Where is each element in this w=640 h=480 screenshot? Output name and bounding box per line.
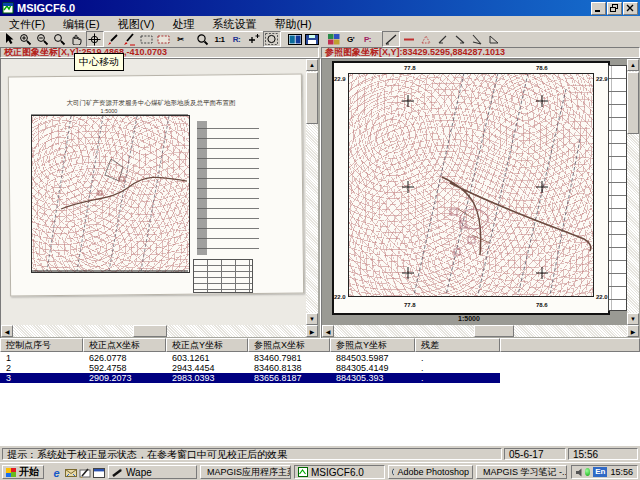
pointer-tool-icon[interactable] (1, 32, 17, 46)
one-to-one-icon[interactable]: 1:1 (212, 32, 228, 46)
diag-line-3-icon[interactable] (486, 32, 502, 46)
reference-map-panel[interactable]: 77.8 78.6 77.8 78.6 22.9 22.9 22.0 22.0 … (321, 58, 640, 340)
taskbar-button-mapgis-menu[interactable]: MAPGIS应用程序主菜单 (200, 465, 291, 479)
menu-file[interactable]: 文件(F) (0, 17, 54, 31)
menu-settings[interactable]: 系统设置 (203, 17, 265, 31)
minimize-button[interactable] (591, 2, 606, 15)
table-row[interactable]: 2 592.4758 2943.4454 83460.8138 884305.4… (0, 363, 640, 373)
zoom-in-icon[interactable] (18, 32, 34, 46)
status-date: 05-6-17 (504, 448, 566, 460)
add-point-icon[interactable] (246, 32, 262, 46)
menu-bar: 文件(F) 编辑(E) 视图(V) 处理 系统设置 帮助(H) (0, 16, 640, 32)
restore-button[interactable] (607, 2, 622, 15)
corner-label-left-bottom: 22.0 (334, 294, 346, 300)
status-ball-icon[interactable] (585, 468, 590, 476)
grid-color-icon[interactable] (326, 32, 342, 46)
col-header-corr-x[interactable]: 校正点X坐标 (83, 338, 166, 352)
right-vertical-scrollbar[interactable]: ▲ ▼ (627, 59, 639, 325)
reference-coordinates-text: 参照图象坐标[X,Y]:83429.5295,884287.1013 (325, 47, 505, 58)
cell-point-id: 2 (0, 363, 83, 373)
right-horizontal-scrollbar[interactable]: ◀ ▶ (322, 325, 639, 337)
msigcf-icon (298, 467, 308, 477)
right-vscroll-thumb[interactable] (627, 72, 639, 134)
zoom-restore-icon[interactable] (195, 32, 211, 46)
corrected-map-canvas[interactable]: 大司门矿产资源开发服务中心煤矿地形地质及总平面布置图 1:5000 (1, 59, 306, 325)
center-move-icon[interactable] (86, 31, 104, 47)
palette-icon[interactable]: P: (360, 32, 376, 46)
reference-map-scale: 1:5000 (458, 315, 480, 322)
left-vscroll-thumb[interactable] (306, 72, 318, 124)
rect-select-icon[interactable] (139, 32, 155, 46)
split-view-icon[interactable] (287, 32, 303, 46)
gprime-icon[interactable]: G' (343, 32, 359, 46)
taskbar-button-label: MAPGIS应用程序主菜单 (207, 466, 291, 479)
left-vertical-scrollbar[interactable]: ▲ ▼ (306, 59, 318, 325)
photoshop-icon (392, 467, 394, 477)
scissors-icon[interactable]: ✂ (173, 32, 189, 46)
tray-clock[interactable]: 15:56 (610, 467, 633, 477)
show-desktop-icon[interactable] (92, 466, 105, 479)
scroll-left-icon[interactable]: ◀ (322, 325, 334, 337)
menu-view[interactable]: 视图(V) (109, 17, 164, 31)
hline-red-icon[interactable] (401, 32, 417, 46)
col-header-ref-x[interactable]: 参照点X坐标 (248, 338, 330, 352)
left-horizontal-scrollbar[interactable]: ◀ ▶ (1, 325, 318, 337)
taskbar-button-notes[interactable]: MAPGIS 学习笔记 -... (476, 465, 567, 479)
scroll-up-icon[interactable]: ▲ (306, 59, 318, 71)
menu-process[interactable]: 处理 (163, 17, 203, 31)
edit-pen-icon[interactable] (105, 32, 121, 46)
col-header-ref-y[interactable]: 参照点Y坐标 (330, 338, 415, 352)
application-window: MSIGCF6.0 文件(F) 编辑(E) 视图(V) 处理 系统设置 帮助(H… (0, 0, 640, 480)
diag-line-2-icon[interactable] (469, 32, 485, 46)
reference-map-legend (608, 65, 627, 311)
scroll-down-icon[interactable]: ▼ (306, 313, 318, 325)
col-header-point-id[interactable]: 控制点序号 (0, 338, 83, 352)
taskbar-button-label: Wape (126, 467, 152, 478)
poly-red-icon[interactable] (418, 32, 434, 46)
outlook-icon[interactable] (64, 466, 77, 479)
pen-document-icon[interactable] (78, 466, 91, 479)
table-row[interactable]: 1 626.0778 603.1261 83460.7981 884503.59… (0, 353, 640, 363)
start-button[interactable]: 开始 (2, 465, 44, 479)
taskbar-button-label: Adobe Photoshop (397, 467, 469, 477)
table-row-selected[interactable]: 3 2909.2073 2983.0393 83656.8187 884305.… (0, 373, 500, 383)
cell-ref-y: 884503.5987 (330, 353, 415, 363)
windows-flag-icon (6, 468, 16, 477)
reference-map-canvas[interactable]: 77.8 78.6 77.8 78.6 22.9 22.9 22.0 22.0 … (322, 59, 627, 325)
rect-select-filled-icon[interactable] (156, 32, 172, 46)
cell-ref-x: 83460.8138 (248, 363, 330, 373)
right-hscroll-thumb[interactable] (474, 325, 514, 337)
pan-hand-icon[interactable] (69, 32, 85, 46)
close-button[interactable] (623, 2, 638, 15)
col-header-corr-y[interactable]: 校正点Y坐标 (166, 338, 248, 352)
taskbar-button-msigcf[interactable]: MSIGCF6.0 (294, 465, 385, 479)
edit-pen-alt-icon[interactable] (122, 32, 138, 46)
menu-edit[interactable]: 编辑(E) (54, 17, 109, 31)
circle-select-icon[interactable] (263, 31, 281, 47)
scroll-up-icon[interactable]: ▲ (627, 59, 639, 71)
col-header-residual[interactable]: 残差 (415, 338, 500, 352)
corner-line-icon[interactable] (435, 32, 451, 46)
ie-icon[interactable]: e (50, 466, 63, 479)
scroll-down-icon[interactable]: ▼ (627, 313, 639, 325)
zoom-out-icon[interactable] (35, 32, 51, 46)
title-bar[interactable]: MSIGCF6.0 (0, 0, 640, 16)
status-bar: 提示：系统处于校正显示状态，在参考窗口中可见校正后的效果 05-6-17 15:… (0, 446, 640, 462)
cell-residual: . (415, 353, 500, 363)
diag-line-1-icon[interactable] (452, 32, 468, 46)
rgb-icon[interactable]: R: (229, 32, 245, 46)
input-language-indicator[interactable]: En (593, 467, 607, 477)
left-map-title: 大司门矿产资源开发服务中心煤矿地形地质及总平面布置图 (67, 99, 236, 107)
left-hscroll-thumb[interactable] (133, 325, 167, 337)
zoom-window-icon[interactable] (52, 32, 68, 46)
scroll-right-icon[interactable]: ▶ (306, 325, 318, 337)
scroll-left-icon[interactable]: ◀ (1, 325, 13, 337)
taskbar-button-wape[interactable]: Wape (108, 465, 197, 479)
scroll-right-icon[interactable]: ▶ (627, 325, 639, 337)
save-view-icon[interactable] (304, 32, 320, 46)
menu-help[interactable]: 帮助(H) (265, 17, 320, 31)
corrected-map-panel[interactable]: 大司门矿产资源开发服务中心煤矿地形地质及总平面布置图 1:5000 ▲ ▼ (0, 58, 321, 340)
line-correct-icon[interactable] (382, 31, 400, 47)
taskbar-button-photoshop[interactable]: Adobe Photoshop (388, 465, 473, 479)
volume-icon[interactable] (576, 468, 582, 477)
